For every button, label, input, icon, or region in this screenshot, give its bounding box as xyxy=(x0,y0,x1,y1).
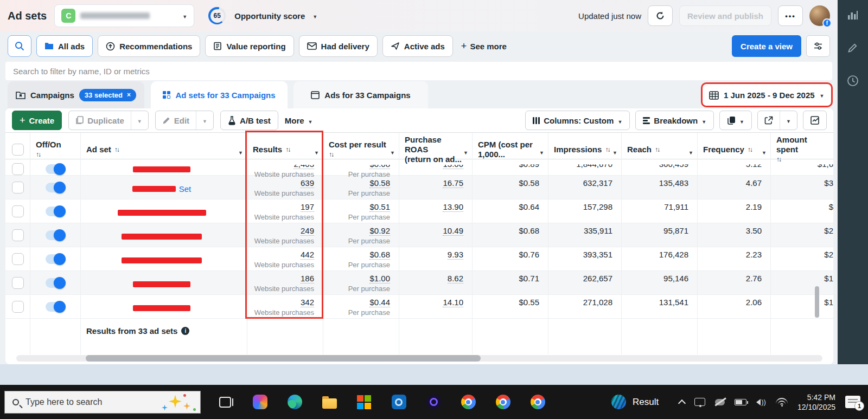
table-row[interactable]: 186Website purchases $1.00Per purchase 8… xyxy=(5,271,833,295)
user-avatar[interactable]: f xyxy=(809,5,830,26)
row-checkbox[interactable] xyxy=(12,182,24,194)
row-toggle[interactable] xyxy=(46,254,65,264)
charts-button[interactable] xyxy=(803,111,827,130)
filter-chip-had-delivery[interactable]: Had delivery xyxy=(299,35,378,57)
tab-ad-sets[interactable]: Ad sets for 33 Campaigns xyxy=(151,81,288,108)
edit-button[interactable]: Edit xyxy=(156,111,196,130)
muted-device-icon[interactable] xyxy=(715,399,725,405)
select-all-checkbox[interactable] xyxy=(12,144,24,156)
selected-count-badge[interactable]: 33 selected× xyxy=(79,89,136,101)
bar-chart-icon[interactable] xyxy=(847,9,859,21)
tab-ads[interactable]: Ads for 33 Campaigns xyxy=(293,81,428,108)
task-view-button[interactable] xyxy=(217,394,233,410)
close-icon[interactable]: × xyxy=(127,91,131,99)
col-header-impressions[interactable]: Impressions↑↓ xyxy=(548,133,621,166)
table-row[interactable]: Set 639Website purchases $0.58Per purcha… xyxy=(5,176,833,199)
chevron-down-icon[interactable] xyxy=(238,147,243,158)
export-dropdown[interactable] xyxy=(780,111,797,130)
col-header-amount-spent[interactable]: Amount spent↑↓ xyxy=(770,133,833,166)
taskbar-result-app[interactable]: Result xyxy=(611,395,659,409)
create-view-button[interactable]: Create a view xyxy=(732,35,801,57)
chrome-button[interactable] xyxy=(460,394,476,410)
col-header-cpm[interactable]: CPM (cost per1,000... xyxy=(472,133,548,166)
account-selector[interactable]: C xyxy=(54,4,194,27)
taskbar-clock[interactable]: 5:42 PM 12/10/2025 xyxy=(797,392,835,412)
refresh-button[interactable] xyxy=(648,5,673,26)
row-checkbox[interactable] xyxy=(12,277,24,289)
col-header-purchase-roas[interactable]: Purchase ROAS(return on ad... xyxy=(399,133,472,166)
chevron-down-icon[interactable] xyxy=(314,147,319,158)
info-icon[interactable]: i xyxy=(181,327,189,335)
table-row[interactable]: 197Website purchases $0.51Per purchase 1… xyxy=(5,199,833,223)
wifi-icon[interactable] xyxy=(776,398,788,407)
speaker-icon[interactable]: )) xyxy=(756,398,766,406)
chevron-down-icon[interactable] xyxy=(762,147,767,158)
pencil-icon[interactable] xyxy=(847,42,858,53)
row-toggle[interactable] xyxy=(46,302,65,312)
row-toggle[interactable] xyxy=(46,278,65,288)
row-checkbox[interactable] xyxy=(12,229,24,241)
see-more-button[interactable]: +See more xyxy=(461,41,507,52)
row-toggle[interactable] xyxy=(46,230,65,240)
col-header-cost-per-result[interactable]: Cost per result↑↓ xyxy=(323,133,399,166)
reports-button[interactable] xyxy=(719,111,752,130)
table-row[interactable]: 442Website purchases $0.68Per purchase 9… xyxy=(5,247,833,271)
chevron-down-icon[interactable] xyxy=(688,147,693,158)
chevron-down-icon[interactable] xyxy=(463,147,468,158)
clock-icon[interactable] xyxy=(847,75,859,87)
view-settings-button[interactable] xyxy=(806,35,830,57)
chevron-down-icon[interactable] xyxy=(312,11,317,21)
notification-button[interactable]: 1 xyxy=(845,396,860,408)
row-checkbox[interactable] xyxy=(12,205,24,217)
copilot-button[interactable] xyxy=(252,394,268,410)
more-button[interactable]: More xyxy=(285,116,313,125)
chrome-button-3[interactable] xyxy=(529,394,546,410)
row-checkbox[interactable] xyxy=(12,253,24,265)
table-search-input[interactable]: Search to filter by name, ID or metrics xyxy=(5,62,832,80)
chevron-up-icon[interactable] xyxy=(678,399,686,407)
edit-dropdown[interactable] xyxy=(196,111,213,130)
search-filter-button[interactable] xyxy=(8,35,31,57)
more-options-button[interactable]: ••• xyxy=(778,5,803,26)
ad-set-name-link[interactable]: Set xyxy=(179,184,192,194)
duplicate-button[interactable]: Duplicate xyxy=(69,111,131,130)
row-toggle[interactable] xyxy=(46,207,65,216)
col-header-frequency[interactable]: Frequency↑↓ xyxy=(697,133,770,166)
filter-chip-value-reporting[interactable]: Value reporting xyxy=(205,35,293,57)
review-publish-button[interactable]: Review and publish xyxy=(679,5,771,26)
cast-icon[interactable] xyxy=(694,398,705,406)
export-button[interactable] xyxy=(758,111,780,130)
row-toggle[interactable] xyxy=(46,164,65,174)
row-checkbox[interactable] xyxy=(12,301,24,313)
date-range-annotated[interactable]: 1 Jun 2025 - 9 Dec 2025 xyxy=(701,82,833,107)
col-header-results[interactable]: Results↑↓ xyxy=(247,133,323,166)
chevron-down-icon[interactable] xyxy=(612,147,617,158)
chevron-down-icon[interactable] xyxy=(539,147,544,158)
create-button[interactable]: +Create xyxy=(12,111,62,130)
row-toggle[interactable] xyxy=(46,183,65,192)
file-explorer-button[interactable] xyxy=(321,394,337,410)
filter-chip-all-ads[interactable]: All ads xyxy=(36,35,93,57)
col-header-ad-set[interactable]: Ad set↑↓ xyxy=(80,133,247,166)
tab-campaigns[interactable]: Campaigns 33 selected× xyxy=(8,81,144,108)
filter-chip-active-ads[interactable]: Active ads xyxy=(382,35,453,57)
columns-button[interactable]: Columns: Custom xyxy=(525,111,630,130)
microsoft-app-button[interactable] xyxy=(356,394,372,410)
battery-icon[interactable] xyxy=(735,399,746,405)
table-row[interactable]: 342Website purchases $0.44Per purchase 1… xyxy=(5,295,833,319)
col-header-reach[interactable]: Reach↑↓ xyxy=(621,133,697,166)
table-row[interactable]: 249Website purchases $0.92Per purchase 1… xyxy=(5,223,833,247)
chevron-down-icon[interactable] xyxy=(390,147,395,158)
taskbar-search-box[interactable]: Type here to search xyxy=(4,391,201,414)
ab-test-button[interactable]: A/B test xyxy=(220,111,278,130)
media-app-button[interactable] xyxy=(425,394,442,410)
duplicate-dropdown[interactable] xyxy=(131,111,148,130)
vertical-scrollbar-thumb[interactable] xyxy=(815,286,819,318)
horizontal-scrollbar[interactable] xyxy=(16,355,822,362)
edge-button[interactable] xyxy=(286,394,303,410)
horizontal-scrollbar-thumb[interactable] xyxy=(86,355,481,362)
chrome-button-2[interactable] xyxy=(495,394,511,410)
col-header-off-on[interactable]: Off/On↑↓ xyxy=(30,133,80,166)
filter-chip-recommendations[interactable]: Recommendations xyxy=(98,35,200,57)
breakdown-button[interactable]: Breakdown xyxy=(635,111,714,130)
